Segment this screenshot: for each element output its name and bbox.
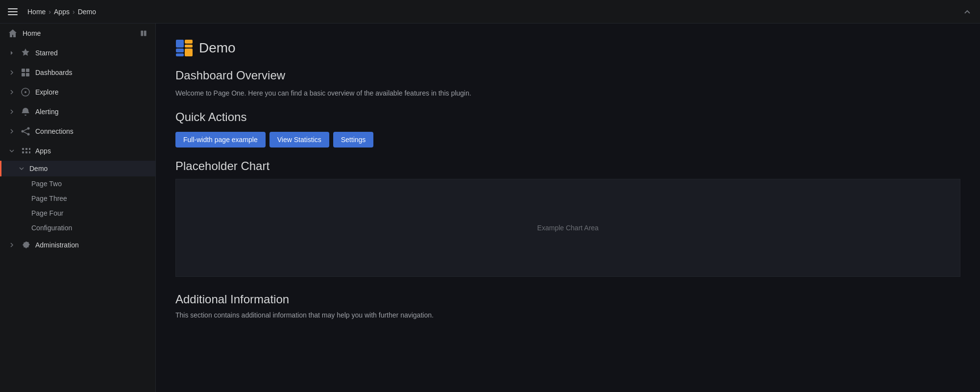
page-header: Demo (175, 39, 960, 57)
svg-point-8 (22, 130, 24, 133)
svg-rect-16 (176, 49, 184, 52)
sidebar-label-demo: Demo (29, 165, 48, 172)
alerting-icon (21, 107, 30, 117)
svg-line-12 (24, 132, 27, 134)
svg-rect-1 (144, 30, 147, 36)
demo-expand-icon (18, 165, 25, 172)
breadcrumb: Home › Apps › Demo (27, 8, 96, 16)
sidebar-item-demo[interactable]: Demo (0, 161, 155, 176)
administration-expand-icon (8, 241, 16, 249)
sidebar-home-layout-icon (140, 29, 147, 37)
chart-area: Example Chart Area (175, 179, 960, 277)
apps-icon (21, 146, 30, 156)
svg-rect-14 (185, 40, 193, 44)
sidebar-item-explore[interactable]: Explore (0, 82, 155, 102)
page-three-label: Page Three (31, 195, 67, 202)
full-width-page-button[interactable]: Full-width page example (175, 132, 266, 147)
sidebar-item-starred[interactable]: Starred (0, 43, 155, 63)
svg-rect-0 (141, 30, 143, 36)
breadcrumb-sep-2: › (73, 8, 75, 16)
dashboards-expand-icon (8, 69, 16, 76)
svg-rect-17 (176, 53, 184, 56)
sidebar-item-home[interactable]: Home (0, 24, 155, 43)
menu-toggle-button[interactable] (8, 6, 20, 18)
svg-rect-5 (26, 73, 29, 76)
alerting-expand-icon (8, 108, 16, 116)
svg-point-10 (27, 133, 30, 136)
sidebar-item-dashboards[interactable]: Dashboards (0, 63, 155, 82)
svg-rect-4 (22, 73, 25, 76)
sidebar-item-page-two[interactable]: Page Two (0, 176, 155, 191)
page-title: Demo (199, 40, 236, 56)
sidebar-label-apps: Apps (35, 147, 147, 155)
home-icon (8, 28, 18, 38)
additional-info-title: Additional Information (175, 293, 960, 306)
administration-gear-icon (21, 240, 30, 250)
sidebar-label-alerting: Alerting (35, 108, 147, 116)
svg-rect-2 (22, 69, 25, 72)
svg-rect-13 (176, 40, 184, 48)
collapse-topbar-icon[interactable] (962, 7, 972, 17)
configuration-label: Configuration (31, 224, 72, 232)
content-area: Demo Dashboard Overview Welcome to Page … (156, 24, 980, 392)
quick-actions-title: Quick Actions (175, 110, 960, 124)
sidebar-item-apps[interactable]: Apps (0, 141, 155, 161)
svg-rect-15 (185, 45, 193, 48)
section-title: Dashboard Overview (175, 69, 960, 82)
chart-area-label: Example Chart Area (537, 224, 598, 232)
sidebar-item-configuration[interactable]: Configuration (0, 220, 155, 235)
page-four-label: Page Four (31, 209, 63, 217)
sidebar-label-connections: Connections (35, 127, 147, 135)
topbar-right (962, 7, 972, 17)
svg-point-9 (27, 127, 30, 130)
section-description: Welcome to Page One. Here you can find a… (175, 88, 960, 98)
starred-expand-icon (8, 49, 16, 57)
page-two-label: Page Two (31, 180, 62, 188)
explore-icon (21, 87, 30, 97)
sidebar-item-administration[interactable]: Administration (0, 235, 155, 255)
breadcrumb-apps[interactable]: Apps (54, 8, 70, 16)
sidebar-label-explore: Explore (35, 88, 147, 96)
sidebar-label-home: Home (23, 29, 135, 37)
settings-button[interactable]: Settings (333, 132, 374, 147)
explore-expand-icon (8, 88, 16, 96)
main-layout: Home Starred (0, 24, 980, 392)
breadcrumb-sep-1: › (49, 8, 51, 16)
breadcrumb-current: Demo (78, 8, 96, 16)
connections-icon (21, 126, 30, 136)
svg-line-11 (24, 129, 27, 131)
star-icon (21, 48, 30, 58)
svg-point-7 (24, 91, 26, 93)
plugin-icon (175, 39, 193, 57)
sidebar-label-starred: Starred (35, 49, 147, 57)
sidebar-label-dashboards: Dashboards (35, 69, 147, 76)
sidebar-label-administration: Administration (35, 241, 147, 249)
additional-info-desc: This section contains additional informa… (175, 310, 960, 320)
breadcrumb-home[interactable]: Home (27, 8, 46, 16)
sidebar-item-page-three[interactable]: Page Three (0, 191, 155, 206)
sidebar: Home Starred (0, 24, 156, 392)
topbar: Home › Apps › Demo (0, 0, 980, 24)
dashboards-icon (21, 68, 30, 77)
sidebar-item-connections[interactable]: Connections (0, 122, 155, 141)
sidebar-item-page-four[interactable]: Page Four (0, 206, 155, 220)
sidebar-item-alerting[interactable]: Alerting (0, 102, 155, 122)
chart-title: Placeholder Chart (175, 159, 960, 173)
svg-rect-18 (185, 49, 193, 56)
quick-actions-buttons: Full-width page example View Statistics … (175, 132, 960, 147)
apps-expand-icon (8, 147, 16, 155)
connections-expand-icon (8, 127, 16, 135)
svg-rect-3 (26, 69, 29, 72)
view-statistics-button[interactable]: View Statistics (270, 132, 329, 147)
